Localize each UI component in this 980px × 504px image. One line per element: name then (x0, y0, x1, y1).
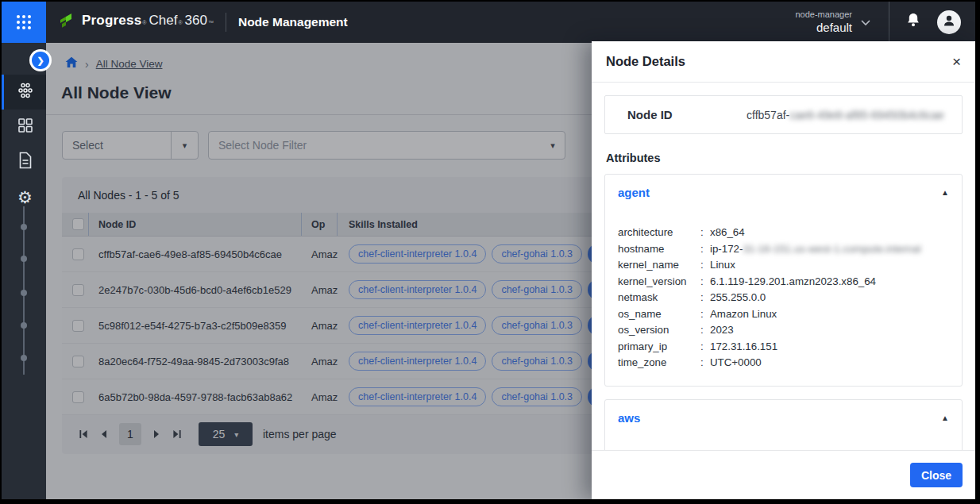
attr-key: os_version (618, 322, 700, 339)
attr-colon: : (700, 241, 710, 258)
brand-progress-text: Progress (82, 13, 141, 29)
collapse-caret-icon[interactable]: ▲ (941, 188, 949, 197)
attr-colon: : (700, 355, 710, 371)
top-bar: Progress® Chef® 360™ Node Management nod… (2, 2, 975, 43)
tenant-switcher[interactable]: node-manager default (795, 10, 871, 36)
timeline-dot (21, 290, 27, 296)
collapse-caret-icon[interactable]: ▲ (941, 414, 949, 422)
attr-key: kernel_version (618, 274, 700, 290)
attr-colon: : (700, 306, 710, 323)
chevron-down-icon (860, 14, 871, 30)
node-id-redacted-part: cae6-49e8-af85-69450b4c6cae (789, 109, 944, 121)
attr-value: 2023 (710, 322, 734, 339)
attribute-row: kernel_name:Linux (618, 257, 949, 274)
attr-colon: : (700, 290, 710, 306)
attr-value: 172.31.16.151 (710, 339, 777, 356)
attribute-row: primary_ip:172.31.16.151 (618, 339, 949, 356)
attr-colon: : (700, 339, 710, 356)
progress-chevron-logo-icon (59, 13, 76, 32)
node-id-field: Node ID cffb57af-cae6-49e8-af85-69450b4c… (604, 95, 963, 134)
attribute-row: kernel_version:6.1.119-129.201.amzn2023.… (618, 274, 949, 290)
user-avatar-button[interactable] (937, 10, 961, 34)
drawer-title: Node Details (606, 54, 685, 69)
gear-icon: ⚙ (17, 189, 33, 206)
attribute-row: time_zone:UTC+0000 (618, 355, 949, 371)
attr-value: UTC+0000 (710, 355, 762, 371)
document-icon (18, 152, 33, 172)
attr-key: os_name (618, 306, 700, 323)
attribute-row: netmask:255.255.0.0 (618, 290, 949, 306)
nodes-cluster-icon (17, 82, 34, 102)
grid-squares-icon (17, 117, 33, 137)
attr-value-visible: ip-172- (710, 243, 743, 255)
chevron-right-icon: ❯ (37, 56, 44, 66)
timeline-dot (21, 322, 27, 329)
attr-value: Linux (710, 257, 735, 274)
node-details-drawer: Node Details × Node ID cffb57af-cae6-49e… (592, 41, 975, 499)
app-window: Progress® Chef® 360™ Node Management nod… (2, 2, 975, 499)
sidebar-item-apps[interactable] (2, 110, 46, 144)
brand-logo: Progress® Chef® 360™ (59, 13, 214, 32)
section-header-agent[interactable]: agent ▲ (618, 186, 949, 199)
attr-colon: : (700, 257, 710, 274)
attr-key: hostname (618, 241, 700, 258)
timeline-dot (21, 256, 27, 262)
timeline-dot (21, 355, 27, 361)
attr-key: architecture (618, 225, 700, 241)
section-name-aws[interactable]: aws (618, 411, 640, 425)
drawer-body: Node ID cffb57af-cae6-49e8-af85-69450b4c… (592, 83, 975, 450)
sidebar-item-nodes[interactable] (2, 75, 46, 110)
bell-icon (905, 12, 921, 33)
section-header-aws[interactable]: aws ▲ (618, 411, 949, 425)
attr-value: 255.255.0.0 (710, 290, 766, 306)
expand-sidebar-button[interactable]: ❯ (32, 52, 49, 69)
tenant-value: default (795, 21, 852, 36)
node-id-visible-part: cffb57af- (747, 109, 789, 121)
tenant-label: node-manager (795, 10, 852, 21)
sidebar-item-documents[interactable] (2, 144, 46, 179)
attribute-row: os_version:2023 (618, 322, 949, 339)
app-launcher-button[interactable] (2, 2, 46, 43)
attr-value-redacted: 31-16-151.us-west-1.compute.internal (743, 243, 920, 255)
attr-colon: : (700, 225, 710, 241)
topbar-divider (226, 13, 226, 32)
left-nav-rail: ❯ (2, 43, 46, 499)
attr-value: Amazon Linux (710, 306, 777, 323)
close-button[interactable]: Close (910, 463, 963, 487)
trademark-mark: ™ (208, 20, 214, 25)
brand-chef-text: Chef (149, 13, 177, 29)
app-launcher-grid-icon (17, 15, 31, 29)
brand-360-text: 360 (185, 13, 207, 29)
progress-timeline (23, 206, 25, 375)
attribute-row: os_name:Amazon Linux (618, 306, 949, 323)
person-icon (942, 13, 956, 31)
section-name-agent[interactable]: agent (618, 186, 650, 199)
attribute-section-aws: aws ▲ (604, 399, 963, 451)
app-title: Node Management (238, 15, 348, 29)
attribute-row: architecture:x86_64 (618, 225, 949, 241)
registered-mark: ® (142, 20, 146, 25)
attribute-row: hostname:ip-172-31-16-151.us-west-1.comp… (618, 241, 949, 258)
attr-key: netmask (618, 290, 700, 306)
notifications-button[interactable] (889, 12, 937, 33)
close-icon[interactable]: × (952, 54, 961, 69)
attr-value: ip-172-31-16-151.us-west-1.compute.inter… (710, 241, 920, 258)
agent-attributes-list: architecture:x86_64 hostname:ip-172-31-1… (618, 225, 949, 371)
node-id-label: Node ID (627, 108, 747, 121)
attr-key: kernel_name (618, 257, 700, 274)
screenshot-frame: Progress® Chef® 360™ Node Management nod… (0, 0, 980, 504)
timeline-dot (21, 224, 27, 230)
attr-value: 6.1.119-129.201.amzn2023.x86_64 (710, 274, 876, 290)
registered-mark: ® (178, 20, 182, 25)
attr-colon: : (700, 322, 710, 339)
attribute-section-agent: agent ▲ architecture:x86_64 hostname:ip-… (604, 174, 963, 387)
drawer-header: Node Details × (592, 41, 975, 83)
attr-key: primary_ip (618, 339, 700, 356)
attr-colon: : (700, 274, 710, 290)
node-id-value: cffb57af-cae6-49e8-af85-69450b4c6cae (747, 109, 944, 121)
attributes-heading: Attributes (606, 152, 963, 164)
attr-value: x86_64 (710, 225, 745, 241)
drawer-footer: Close (592, 450, 975, 499)
attr-key: time_zone (618, 355, 700, 371)
